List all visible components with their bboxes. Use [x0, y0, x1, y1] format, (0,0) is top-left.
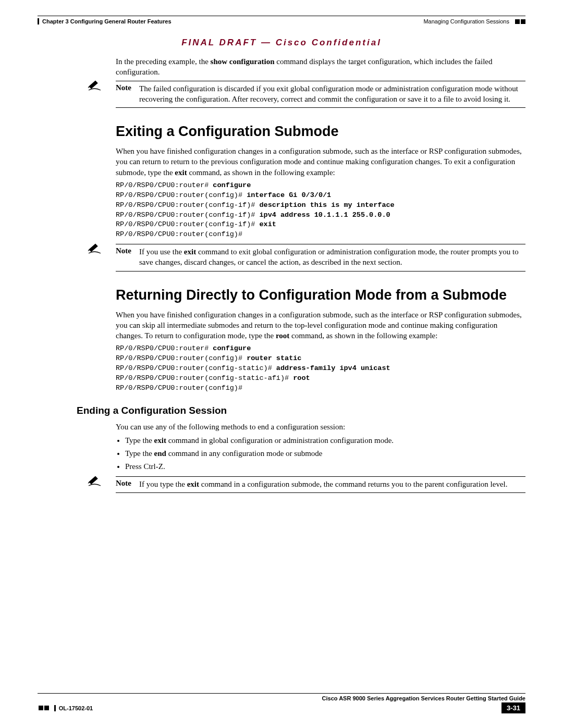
text: In the preceding example, the: [116, 57, 211, 66]
content-column: In the preceding example, the show confi…: [116, 56, 525, 493]
note-block: Note If you type the exit command in a c…: [116, 476, 525, 493]
note-text: If you type the exit command in a config…: [139, 479, 525, 489]
header-squares-icon: [514, 19, 525, 25]
footer-left-group: OL-17502-01: [38, 704, 93, 712]
header-chapter: Chapter 3 Configuring General Router Fea…: [38, 18, 172, 24]
list-item: Type the exit command in global configur…: [125, 435, 525, 446]
list-item: Press Ctrl-Z.: [125, 461, 525, 472]
heading-ending-session: Ending a Configuration Session: [77, 405, 525, 416]
footer-guide-title: Cisco ASR 9000 Series Aggregation Servic…: [38, 693, 525, 701]
list-item: Type the end command in any configuratio…: [125, 448, 525, 459]
intro-paragraph: In the preceding example, the show confi…: [116, 56, 525, 78]
command-text: show configuration: [211, 57, 275, 66]
page-footer: Cisco ASR 9000 Series Aggregation Servic…: [38, 693, 525, 713]
note-block: Note The failed configuration is discard…: [116, 81, 525, 108]
heading-exiting-submode: Exiting a Configuration Submode: [116, 124, 525, 140]
final-draft-banner: FINAL DRAFT — Cisco Confidential: [38, 38, 525, 48]
document-page: Chapter 3 Configuring General Router Fea…: [0, 0, 563, 728]
methods-list: Type the exit command in global configur…: [125, 435, 525, 472]
header-right-group: Managing Configuration Sessions: [423, 18, 525, 25]
footer-squares-icon: [38, 704, 49, 712]
note-label: Note: [116, 479, 139, 488]
heading-returning-mode: Returning Directly to Configuration Mode…: [116, 287, 525, 303]
code-block-2: RP/0/RSP0/CPU0:router# configure RP/0/RS…: [116, 344, 525, 393]
command-text: root: [276, 331, 289, 340]
sub1-paragraph: When you have finished configuration cha…: [116, 146, 525, 178]
page-header: Chapter 3 Configuring General Router Fea…: [38, 18, 525, 25]
text: command, as shown in the following examp…: [289, 331, 437, 340]
note-pencil-icon: [87, 243, 103, 254]
note-block: Note If you use the exit command to exit…: [116, 244, 525, 272]
page-number: 3-31: [501, 702, 525, 713]
note-label: Note: [116, 83, 139, 92]
header-section: Managing Configuration Sessions: [423, 18, 509, 24]
note-pencil-icon: [87, 80, 103, 91]
header-rule: [38, 16, 525, 16]
note-label: Note: [116, 246, 139, 255]
note-text: The failed configuration is discarded if…: [139, 83, 525, 105]
footer-doc-id: OL-17502-01: [54, 705, 93, 711]
note-text: If you use the exit command to exit glob…: [139, 246, 525, 268]
sub2-paragraph: When you have finished configuration cha…: [116, 310, 525, 341]
command-text: exit: [175, 168, 187, 177]
code-block-1: RP/0/RSP0/CPU0:router# configure RP/0/RS…: [116, 181, 525, 240]
sub3-paragraph: You can use any of the following methods…: [116, 422, 525, 432]
text: command, as shown in the following examp…: [187, 168, 335, 177]
note-pencil-icon: [87, 475, 103, 487]
